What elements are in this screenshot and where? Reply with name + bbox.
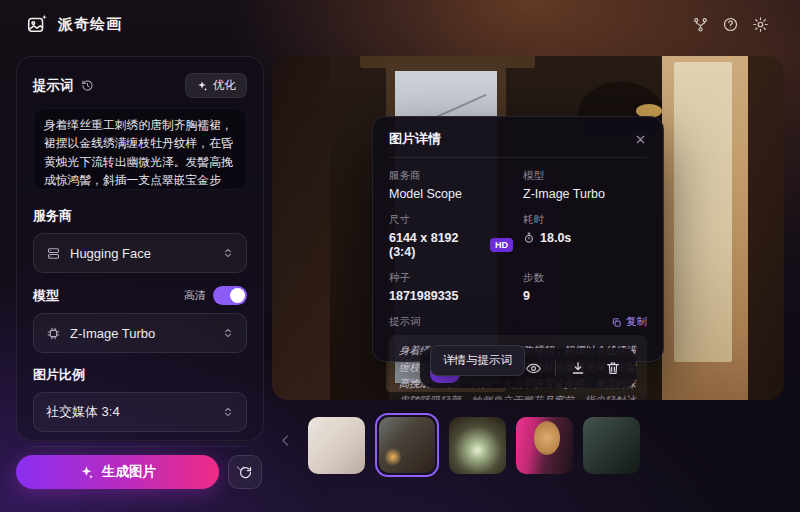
generate-row: 生成图片 <box>16 455 262 489</box>
hd-toggle-label: 高清 <box>184 288 206 303</box>
reset-button[interactable] <box>228 455 262 489</box>
model-value: Z-Image Turbo <box>70 326 155 341</box>
download-icon <box>570 360 586 376</box>
ratio-select[interactable]: 社交媒体 3:4 <box>33 392 247 432</box>
optimize-prompt-button[interactable]: 优化 <box>185 73 247 98</box>
prompt-header: 提示词 优化 <box>33 73 247 98</box>
model-label-row: 模型 高清 <box>33 286 247 305</box>
sparkle-icon <box>196 80 208 92</box>
hd-badge: HD <box>490 238 513 252</box>
image-preview-panel: 图片详情 服务商 Model Scope 模型 Z-Image Turbo 尺寸 <box>272 56 784 400</box>
top-bar: 派奇绘画 <box>0 0 800 48</box>
chevron-updown-icon <box>222 406 234 418</box>
download-button[interactable] <box>565 355 591 381</box>
app-logo-icon <box>26 13 48 35</box>
thumbnail-strip <box>308 413 640 477</box>
settings-gear-icon[interactable] <box>746 10 774 38</box>
close-icon[interactable] <box>634 133 647 146</box>
chevron-left-icon <box>278 433 293 448</box>
prompt-history-icon[interactable] <box>81 79 94 92</box>
delete-button[interactable] <box>600 355 626 381</box>
wall-scroll <box>662 56 748 400</box>
app-root: 派奇绘画 提示词 <box>0 0 800 512</box>
prompt-input[interactable]: 身着缂丝重工刺绣的唐制齐胸襦裙，裙摆以金线绣满缠枝牡丹纹样，在昏黄烛光下流转出幽… <box>33 108 247 190</box>
eye-icon <box>525 360 542 377</box>
modal-prompt-label: 提示词 <box>389 315 421 329</box>
copy-icon <box>611 317 622 328</box>
ratio-value: 社交媒体 3:4 <box>46 403 120 421</box>
provider-value: Hugging Face <box>70 246 151 261</box>
trash-icon <box>605 360 621 376</box>
toolbar-tooltip: 详情与提示词 <box>430 345 525 376</box>
help-icon[interactable] <box>716 10 744 38</box>
model-select[interactable]: Z-Image Turbo <box>33 313 247 353</box>
provider-label: 服务商 <box>33 207 247 225</box>
modal-time-field: 耗时 18.0s <box>523 213 647 259</box>
provider-select[interactable]: Hugging Face <box>33 233 247 273</box>
github-icon[interactable] <box>686 10 714 38</box>
thumbnail-2-selected[interactable] <box>375 413 439 477</box>
chip-icon <box>46 326 61 341</box>
thumbnail-4[interactable] <box>516 417 573 474</box>
generate-image-button[interactable]: 生成图片 <box>16 455 219 489</box>
modal-size-field: 尺寸 6144 x 8192 (3:4) HD <box>389 213 513 259</box>
modal-model-field: 模型 Z-Image Turbo <box>523 169 647 201</box>
thumbnails-prev-button[interactable] <box>278 433 293 448</box>
modal-title: 图片详情 <box>389 130 441 148</box>
ratio-label: 图片比例 <box>33 366 247 384</box>
model-label: 模型 <box>33 287 59 305</box>
hd-toggle[interactable] <box>213 286 247 305</box>
modal-steps-field: 步数 9 <box>523 271 647 303</box>
thumbnail-3[interactable] <box>449 417 506 474</box>
settings-sidebar: 提示词 优化 身着缂丝重工刺绣的唐制齐胸襦裙，裙摆以金线绣满缠枝牡丹纹样，在昏黄… <box>16 56 264 441</box>
image-details-modal: 图片详情 服务商 Model Scope 模型 Z-Image Turbo 尺寸 <box>372 116 664 362</box>
chevron-updown-icon <box>222 327 234 339</box>
timer-icon <box>523 232 535 244</box>
modal-seed-field: 种子 1871989335 <box>389 271 513 303</box>
copy-prompt-button[interactable]: 复制 <box>611 315 647 329</box>
app-title: 派奇绘画 <box>58 15 122 34</box>
thumbnail-5[interactable] <box>583 417 640 474</box>
generate-button-label: 生成图片 <box>102 463 156 481</box>
modal-provider-field: 服务商 Model Scope <box>389 169 513 201</box>
thumbnail-1[interactable] <box>308 417 365 474</box>
sparkles-icon <box>79 465 94 480</box>
prompt-label: 提示词 <box>33 77 74 95</box>
server-icon <box>46 246 61 261</box>
chevron-updown-icon <box>222 247 234 259</box>
refresh-icon <box>238 465 253 480</box>
